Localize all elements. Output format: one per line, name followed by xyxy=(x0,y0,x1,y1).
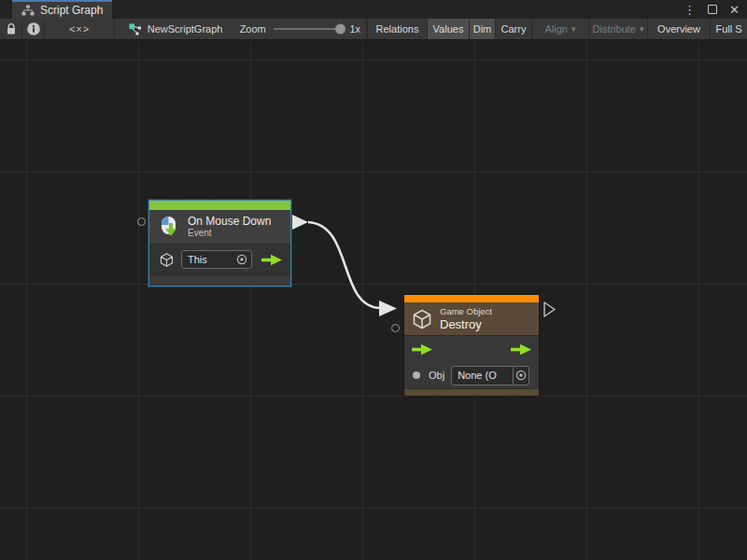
target-picker-icon xyxy=(515,370,527,381)
flow-enter-arrow-icon[interactable] xyxy=(411,343,433,356)
zoom-slider[interactable] xyxy=(274,19,344,39)
node-flow-row xyxy=(404,336,539,362)
carry-toggle[interactable]: Carry xyxy=(495,19,531,39)
value-input-port[interactable] xyxy=(413,371,420,379)
code-icon: <×> xyxy=(69,23,90,35)
connection-layer xyxy=(0,40,747,560)
distribute-dropdown[interactable]: Distribute ▾ xyxy=(588,19,647,39)
dim-toggle[interactable]: Dim xyxy=(469,19,495,39)
fullscreen-button[interactable]: Full S xyxy=(710,19,747,39)
dim-label: Dim xyxy=(473,23,492,35)
wire-arrowhead xyxy=(379,301,397,316)
zoom-value: 1x xyxy=(349,23,360,35)
mouse-down-event-icon xyxy=(157,215,181,239)
node-destroy[interactable]: Game Object Destroy Obj None xyxy=(403,294,540,397)
flow-output-port-outline[interactable] xyxy=(544,302,555,316)
node-footer xyxy=(404,388,539,396)
distribute-label: Distribute xyxy=(593,23,636,35)
target-input-value: This xyxy=(182,254,207,265)
value-port-destroy[interactable] xyxy=(391,324,400,332)
zoom-slider-handle[interactable] xyxy=(335,24,345,35)
toolbar-toggles: Relations Values Dim Carry Align ▾ Distr… xyxy=(367,19,747,39)
values-label: Values xyxy=(433,23,464,35)
graph-node-icon xyxy=(129,23,142,35)
values-toggle[interactable]: Values xyxy=(427,19,469,39)
node-header[interactable]: On Mouse Down Event xyxy=(149,210,290,245)
object-input-value: None (O xyxy=(452,370,497,381)
wire-start-cap xyxy=(292,215,308,230)
graph-toolbar: <×> NewScriptGraph Zoom 1x Relations xyxy=(0,19,747,40)
port-label: Obj xyxy=(429,370,444,381)
script-graph-tab-icon xyxy=(21,5,35,16)
title-bar: Script Graph ⋮ ✕ xyxy=(0,0,747,19)
info-icon xyxy=(26,21,41,36)
node-title: Destroy xyxy=(440,317,492,331)
menu-icon[interactable]: ⋮ xyxy=(684,4,696,16)
relations-toggle[interactable]: Relations xyxy=(367,19,427,39)
flow-exit-arrow-icon[interactable] xyxy=(261,254,283,266)
target-picker-icon[interactable] xyxy=(236,254,247,265)
zoom-slider-track[interactable] xyxy=(274,28,344,30)
close-icon[interactable]: ✕ xyxy=(729,4,740,16)
code-view-button[interactable]: <×> xyxy=(45,19,113,39)
window-controls: ⋮ ✕ xyxy=(684,0,740,19)
game-object-cube-icon xyxy=(159,252,175,268)
lock-icon xyxy=(4,21,19,36)
graph-canvas[interactable]: On Mouse Down Event This xyxy=(0,40,747,560)
maximize-icon[interactable] xyxy=(708,5,717,14)
node-accent-strip xyxy=(149,201,290,210)
node-accent-strip xyxy=(404,295,539,302)
node-value-row: Obj None (O xyxy=(404,362,539,388)
overview-label: Overview xyxy=(657,23,700,35)
node-on-mouse-down[interactable]: On Mouse Down Event This xyxy=(148,200,291,287)
node-category: Game Object xyxy=(440,306,492,317)
node-port-row: This xyxy=(149,245,290,275)
info-button[interactable] xyxy=(22,19,44,39)
overview-button[interactable]: Overview xyxy=(647,19,710,39)
fullscreen-label: Full S xyxy=(715,23,741,35)
wire-path xyxy=(308,222,379,308)
unity-script-graph-window: Script Graph ⋮ ✕ <×> xyxy=(0,0,747,560)
relations-label: Relations xyxy=(376,23,419,35)
lock-button[interactable] xyxy=(0,19,21,39)
zoom-label: Zoom xyxy=(240,23,266,35)
carry-label: Carry xyxy=(501,23,527,35)
node-header[interactable]: Game Object Destroy xyxy=(404,302,539,336)
object-input-field[interactable]: None (O xyxy=(451,366,529,385)
node-subtitle: Event xyxy=(188,228,271,239)
node-title: On Mouse Down xyxy=(188,216,271,228)
chevron-down-icon: ▾ xyxy=(571,25,576,34)
tab-script-graph[interactable]: Script Graph xyxy=(12,0,112,19)
graph-reference[interactable]: NewScriptGraph xyxy=(115,19,234,39)
graph-name: NewScriptGraph xyxy=(148,23,223,35)
flow-exit-arrow-icon[interactable] xyxy=(510,343,532,356)
game-object-cube-icon xyxy=(411,308,433,330)
connection-wire[interactable] xyxy=(292,215,397,316)
object-picker-button[interactable] xyxy=(513,366,529,385)
value-port-on-mouse-down[interactable] xyxy=(137,217,146,226)
node-footer xyxy=(149,275,290,286)
chevron-down-icon: ▾ xyxy=(640,25,644,34)
target-input-field[interactable]: This xyxy=(181,250,252,269)
tab-title: Script Graph xyxy=(40,4,103,17)
align-label: Align xyxy=(545,23,568,35)
align-dropdown[interactable]: Align ▾ xyxy=(531,19,588,39)
zoom-control: Zoom 1x xyxy=(234,19,366,39)
